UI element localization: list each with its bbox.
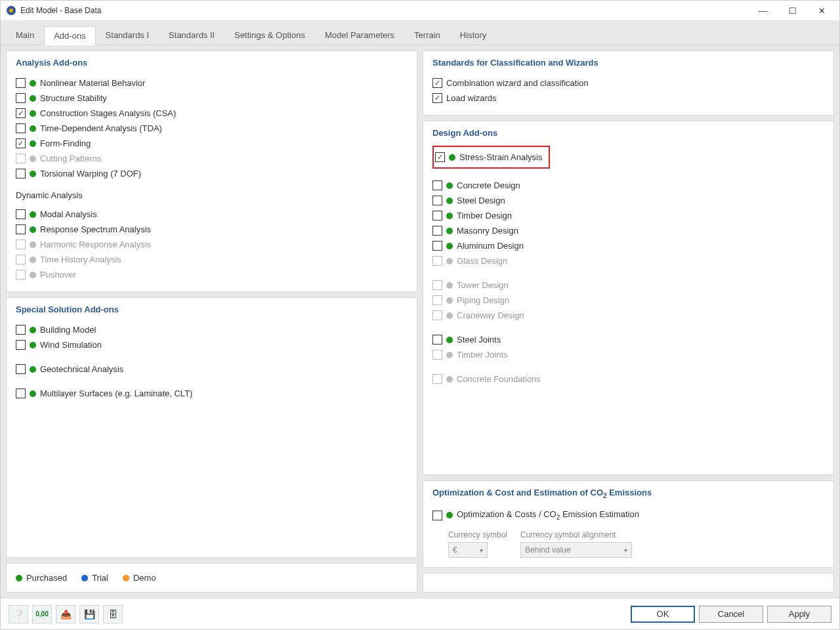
checkbox[interactable] — [432, 226, 442, 236]
alignment-select[interactable]: Behind value ▾ — [520, 542, 632, 558]
checkbox[interactable] — [16, 364, 26, 374]
tab-model-parameters[interactable]: Model Parameters — [315, 26, 404, 45]
maximize-button[interactable]: ☐ — [778, 1, 807, 20]
titlebar: Edit Model - Base Data — ☐ ✕ — [1, 1, 839, 20]
status-dot-icon — [446, 228, 453, 234]
checkbox[interactable] — [16, 93, 26, 103]
svg-point-1 — [9, 9, 13, 12]
option-row: Time History Analysis — [16, 252, 408, 267]
checkbox — [432, 280, 442, 290]
option-label: Aluminum Design — [457, 241, 524, 251]
option-label: Harmonic Response Analysis — [40, 240, 151, 249]
database-icon: 🗄 — [108, 609, 117, 620]
checkbox[interactable] — [432, 196, 442, 205]
footer: ❔ 0,00 📤 💾 🗄 OK Cancel Apply — [1, 598, 839, 629]
checkbox — [16, 255, 26, 264]
option-label: Concrete Foundations — [457, 374, 541, 384]
design-panel: Design Add-ons Stress-Strain Analysis Co… — [423, 121, 834, 475]
units-button[interactable]: 0,00 — [32, 605, 52, 623]
apply-button[interactable]: Apply — [767, 606, 831, 623]
checkbox[interactable] — [16, 340, 26, 350]
help-button[interactable]: ❔ — [9, 605, 28, 623]
option-label: Piping Design — [457, 295, 509, 305]
status-dot-icon — [446, 337, 453, 343]
checkbox[interactable] — [432, 93, 442, 103]
tabs: MainAdd-onsStandards IStandards IISettin… — [1, 20, 839, 45]
status-dot-icon — [30, 257, 36, 263]
checkbox[interactable] — [16, 209, 26, 219]
option-row: Structure Stability — [16, 91, 408, 106]
option-label: Craneway Design — [457, 310, 524, 320]
checkbox — [432, 310, 442, 320]
currency-select[interactable]: € ▾ — [448, 542, 488, 558]
checkbox[interactable] — [16, 325, 26, 335]
checkbox-stress-strain[interactable] — [435, 152, 445, 162]
option-row: Wind Simulation — [16, 337, 408, 352]
option-row: Response Spectrum Analysis — [16, 222, 408, 237]
tab-standards-ii[interactable]: Standards II — [159, 26, 224, 45]
checkbox — [432, 256, 442, 266]
tab-standards-i[interactable]: Standards I — [96, 26, 159, 45]
status-dot-icon — [30, 226, 36, 233]
option-label: Response Spectrum Analysis — [40, 224, 151, 234]
status-dot-icon — [30, 140, 36, 147]
option-label: Geotechnical Analysis — [40, 364, 123, 374]
save-button[interactable]: 💾 — [79, 605, 99, 623]
checkbox[interactable] — [432, 78, 442, 88]
checkbox[interactable] — [16, 169, 26, 178]
checkbox[interactable] — [432, 180, 442, 190]
export-button[interactable]: 📤 — [56, 605, 75, 623]
optimization-panel: Optimization & Cost and Estimation of CO… — [423, 480, 834, 568]
tab-main[interactable]: Main — [6, 26, 44, 45]
option-label: Structure Stability — [40, 93, 107, 103]
special-panel: Special Solution Add-ons Building ModelW… — [6, 297, 417, 558]
checkbox[interactable] — [432, 241, 442, 251]
option-label: Masonry Design — [457, 226, 518, 236]
legend-demo: Demo — [123, 573, 156, 583]
checkbox[interactable] — [432, 335, 442, 345]
checkbox — [16, 154, 26, 163]
dot-blue-icon — [81, 575, 88, 581]
cancel-button[interactable]: Cancel — [699, 606, 763, 623]
checkbox[interactable] — [16, 78, 26, 88]
status-dot-icon — [30, 272, 36, 278]
ok-button[interactable]: OK — [631, 606, 695, 623]
tab-settings-options[interactable]: Settings & Options — [224, 26, 315, 45]
checkbox[interactable] — [432, 211, 442, 220]
special-title: Special Solution Add-ons — [16, 304, 408, 314]
checkbox[interactable] — [16, 138, 26, 148]
option-row: Concrete Design — [432, 178, 824, 193]
checkbox-optimization[interactable] — [432, 511, 442, 520]
close-button[interactable]: ✕ — [807, 1, 837, 20]
option-row: Geotechnical Analysis — [16, 362, 408, 377]
status-dot-icon — [30, 211, 36, 218]
option-label: Steel Joints — [457, 335, 501, 345]
checkbox[interactable] — [16, 388, 26, 398]
tab-history[interactable]: History — [450, 26, 496, 45]
status-dot-icon — [30, 366, 36, 373]
option-row: Combination wizard and classification — [432, 75, 824, 91]
units-icon: 0,00 — [35, 610, 48, 618]
option-label: Nonlinear Material Behavior — [40, 78, 145, 88]
currency-label: Currency symbol — [448, 530, 507, 539]
option-row: Piping Design — [432, 293, 824, 308]
option-row: Concrete Foundations — [432, 371, 824, 387]
dot-orange-icon — [123, 575, 129, 581]
checkbox[interactable] — [16, 108, 26, 118]
option-row: Cutting Patterns — [16, 151, 408, 166]
status-dot-icon — [446, 297, 453, 304]
save-icon: 💾 — [84, 609, 95, 620]
tab-add-ons[interactable]: Add-ons — [44, 26, 95, 45]
status-dot-icon — [446, 243, 453, 249]
status-dot-icon — [446, 258, 453, 264]
database-button[interactable]: 🗄 — [103, 605, 123, 623]
minimize-button[interactable]: — — [748, 1, 778, 20]
tab-terrain[interactable]: Terrain — [404, 26, 450, 45]
standards-title: Standards for Classification and Wizards — [432, 58, 824, 68]
option-row: Steel Joints — [432, 332, 824, 347]
checkbox[interactable] — [16, 123, 26, 133]
right-column: Standards for Classification and Wizards… — [423, 51, 834, 593]
status-dot-icon — [30, 95, 36, 102]
checkbox[interactable] — [16, 224, 26, 234]
checkbox — [16, 270, 26, 280]
